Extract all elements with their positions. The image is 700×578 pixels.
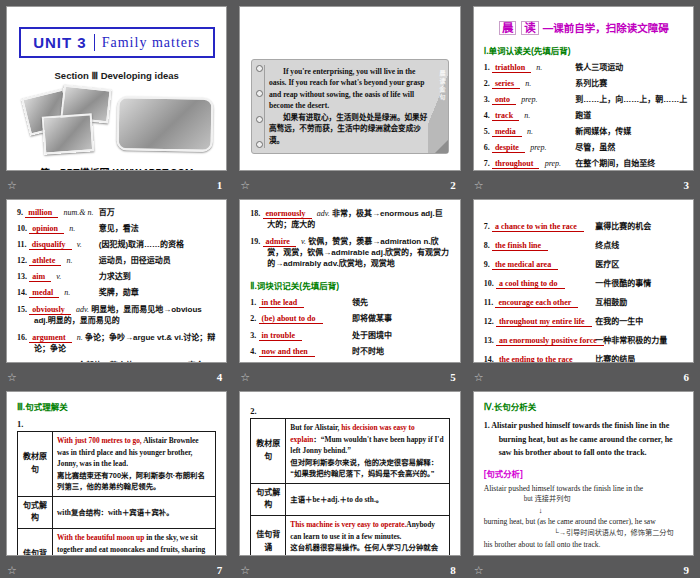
star-icon: ☆ (240, 372, 250, 383)
down-arrow-icon: ↓ (539, 505, 683, 516)
word-number: 9. (17, 208, 23, 217)
slide-thumbnail-6[interactable]: 7. a chance to win the race 赢得比赛的机会 8. t… (467, 193, 700, 386)
row-label: 句式解构 (18, 496, 53, 529)
word-number: 10. (17, 224, 27, 233)
title-char: 读 (521, 21, 539, 35)
row-content: with复合结构：with＋宾语＋宾补。 (53, 496, 216, 529)
phrase-meaning: 一种非常积极的力量 (595, 336, 667, 346)
word-term: onto (492, 95, 516, 105)
phrase-number: 13. (484, 336, 494, 345)
phrase-row: 4. now and then 时不时地 (250, 347, 449, 357)
word-pos: n. (77, 333, 83, 342)
word-meaning: 全部的，整个的→entirely adv.完全地；全然地；整个地 (34, 361, 204, 363)
phrase-row: 13. an enormously positive force 一种非常积极的… (484, 336, 683, 346)
word-meaning: 奖牌，勋章 (99, 288, 139, 298)
word-meaning: 尽管，虽然 (575, 143, 615, 153)
word-meaning: 在整个期间，自始至终 (575, 159, 655, 169)
word-pos: num.& n. (63, 208, 93, 217)
unit-title-box: UNIT 3 Family matters (19, 27, 215, 58)
word-term: argument (29, 333, 71, 343)
unit-topic: Family matters (102, 35, 200, 51)
english-plain: ：“Mum wouldn't have been happy if I'd le… (290, 435, 443, 455)
word-pos: n. (64, 288, 70, 297)
star-icon: ☆ (7, 180, 17, 191)
slide-4-canvas: 9. million num.& n. 百万 10. opinion n. 意见… (6, 199, 227, 364)
row-label: 教材原句 (18, 432, 53, 496)
star-icon: ☆ (474, 180, 484, 191)
slide-grid: UNIT 3 Family matters Section Ⅲ Developi… (0, 0, 700, 578)
word-meaning: 新闻媒体，传媒 (575, 127, 631, 137)
word-number: 2. (484, 79, 490, 88)
title-char: 晨 (499, 21, 517, 35)
word-pos: n. (67, 256, 73, 265)
slide-thumbnail-9[interactable]: Ⅳ.长句分析关 1. Alistair pushed himself towar… (467, 385, 700, 578)
word-row: 6. despite prep. 尽管，虽然 (484, 143, 683, 153)
phrase-row: 11. encourage each other 互相鼓励 (484, 298, 683, 308)
slide-thumbnail-8[interactable]: 2. 教材原句 But for Alistair, his decision w… (233, 385, 466, 578)
word-number: 14. (17, 288, 27, 297)
slide-thumbnail-1[interactable]: UNIT 3 Family matters Section Ⅲ Developi… (0, 0, 233, 193)
slide-thumbnail-4[interactable]: 9. million num.& n. 百万 10. opinion n. 意见… (0, 193, 233, 386)
unit-label: UNIT 3 (33, 34, 87, 51)
table-row: 教材原句 But for Alistair, his decision was … (251, 419, 449, 483)
word-term: enormously (263, 209, 312, 219)
slide-1-canvas: UNIT 3 Family matters Section Ⅲ Developi… (6, 6, 227, 171)
photo (117, 96, 214, 152)
row-label: 佳句背诵 (18, 529, 53, 556)
analysis-line: Alistair pushed himself towards the fini… (484, 483, 683, 494)
row-content: But for Alistair, his decision was easy … (286, 419, 449, 483)
word-term: series (492, 79, 520, 89)
word-term: admire (263, 237, 296, 247)
row-content: 主语＋be＋adj.＋to do sth.。 (286, 483, 449, 516)
phrase-text: encourage each other (495, 298, 578, 308)
english-highlight: With just 700 metres to go, (57, 436, 142, 445)
page-number: 7 (217, 565, 223, 576)
word-term: track (492, 111, 519, 121)
word-pos: n. (525, 79, 531, 88)
word-number: 3. (484, 95, 490, 104)
item-number: 1. (17, 419, 216, 429)
site-credit: 第一PPT模板网-WWW.1PPT.COM (7, 165, 226, 171)
word-term: throughout (492, 159, 540, 169)
word-row: 13. aim v. 力求达到 (17, 272, 216, 282)
phrase-text: a cool thing to do (496, 279, 565, 289)
word-row: 7. throughout prep. 在整个期间，自始至终 (484, 159, 683, 169)
word-pos: n. (69, 224, 75, 233)
word-pos: v. (77, 240, 82, 249)
phrase-meaning: 医疗区 (595, 260, 619, 270)
phrase-row: 7. a chance to win the race 赢得比赛的机会 (484, 222, 683, 232)
slide-thumbnail-7[interactable]: Ⅲ.句式理解关 1. 教材原句 With just 700 metres to … (0, 385, 233, 578)
word-row: 14. medal n. 奖牌，勋章 (17, 288, 216, 298)
section-header: Ⅳ.长句分析关 (484, 400, 683, 412)
slide-thumbnail-3[interactable]: 晨 读 —课前自学，扫除读文障碍 Ⅰ.单词认读关(先填后背) 1. triath… (467, 0, 700, 193)
page-number: 1 (217, 180, 223, 191)
word-pos: adj. (63, 361, 75, 363)
section-subtitle: Section Ⅲ Developing ideas (7, 70, 226, 81)
word-pos: n. (536, 63, 542, 72)
phrase-list: 1. in the lead 领先 2. (be) about to do 即将… (250, 298, 449, 364)
star-icon: ☆ (240, 180, 250, 191)
analysis-annotation: └→引导时间状语从句，修饰第二分句 (554, 528, 683, 539)
word-row: 16. argument n. 争论；争吵→argue vt.& vi.讨论；辩… (17, 332, 216, 354)
divider (94, 34, 95, 51)
slide-thumbnail-2[interactable]: 晨读金句 If you're enterprising, you will li… (233, 0, 466, 193)
slide-thumbnail-5[interactable]: 18. enormously adv. 非常，极其→enormous adj.巨… (233, 193, 466, 386)
phrase-number: 1. (250, 298, 256, 307)
phrase-text: the medical area (492, 260, 558, 270)
word-term: medal (29, 288, 59, 298)
chinese-translation: 这台机器很容易操作。任何人学习几分钟就会使用。 (290, 542, 444, 556)
phrase-meaning: 时不时地 (352, 347, 384, 357)
word-pos: prep. (545, 159, 561, 168)
item-number: 2. (250, 406, 449, 416)
word-meaning: 运动员，田径运动员 (99, 256, 171, 266)
phrase-row: 12. throughout my entire life 在我的一生中 (484, 317, 683, 327)
photo-collage (7, 89, 226, 157)
word-pos: v. (301, 237, 306, 246)
phrase-number: 7. (484, 222, 490, 231)
row-content: With just 700 metres to go, Alistair Bro… (53, 432, 216, 496)
word-number: 6. (484, 143, 490, 152)
row-label: 教材原句 (251, 419, 286, 483)
phrase-meaning: 一件很酷的事情 (595, 279, 651, 289)
word-term: million (25, 208, 58, 218)
slide-2-canvas: 晨读金句 If you're enterprising, you will li… (239, 6, 460, 171)
